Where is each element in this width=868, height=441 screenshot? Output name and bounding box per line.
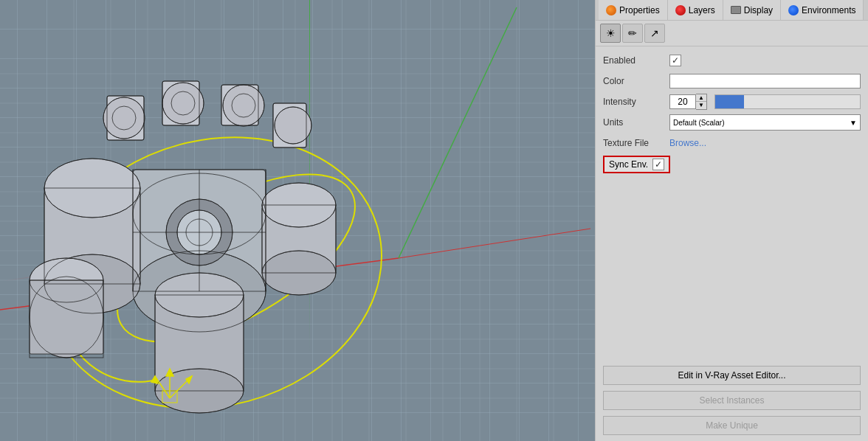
paint-tool-button[interactable]: ✏ xyxy=(622,24,643,43)
viewport xyxy=(0,0,595,441)
tab-environments-label: Environments xyxy=(802,5,855,15)
environments-icon xyxy=(788,5,799,15)
intensity-label: Intensity xyxy=(603,97,669,107)
tab-bar: Properties Layers Display Environments ⚙ xyxy=(596,0,868,21)
texture-file-row: Texture File Browse... xyxy=(603,135,861,151)
color-swatch[interactable] xyxy=(669,74,861,88)
right-panel: Properties Layers Display Environments ⚙… xyxy=(595,0,868,441)
display-icon xyxy=(731,6,741,14)
tab-layers-label: Layers xyxy=(689,5,715,15)
tab-display[interactable]: Display xyxy=(723,0,781,20)
tab-layers[interactable]: Layers xyxy=(668,0,723,20)
intensity-row: Intensity ▲ ▼ xyxy=(603,94,861,110)
svg-line-27 xyxy=(399,229,590,258)
units-value: Default (Scalar) ▼ xyxy=(669,114,861,131)
sync-env-checkbox[interactable] xyxy=(652,159,664,170)
sub-toolbar: ☀ ✏ ↗ xyxy=(596,21,868,46)
tab-properties[interactable]: Properties xyxy=(599,0,668,20)
arrow-icon: ↗ xyxy=(650,27,659,39)
layers-icon xyxy=(675,5,686,15)
arrow-tool-button[interactable]: ↗ xyxy=(644,24,665,43)
browse-link[interactable]: Browse... xyxy=(669,138,706,148)
sun-icon: ☀ xyxy=(606,27,616,39)
settings-button[interactable]: ⚙ xyxy=(864,2,868,18)
svg-rect-53 xyxy=(30,280,103,354)
intensity-down[interactable]: ▼ xyxy=(696,102,706,109)
sun-tool-button[interactable]: ☀ xyxy=(600,24,621,43)
viewport-svg xyxy=(0,0,595,441)
enabled-value xyxy=(669,55,861,66)
intensity-slider[interactable] xyxy=(714,94,861,109)
edit-vray-button[interactable]: Edit in V-Ray Asset Editor... xyxy=(603,366,861,385)
intensity-up[interactable]: ▲ xyxy=(696,94,706,102)
properties-icon xyxy=(606,5,616,15)
make-unique-button[interactable]: Make Unique xyxy=(603,416,861,435)
properties-content: Enabled Color Intensity ▲ ▼ xyxy=(596,46,868,360)
intensity-value: ▲ ▼ xyxy=(669,94,861,110)
units-row: Units Default (Scalar) ▼ xyxy=(603,114,861,131)
intensity-spinner: ▲ ▼ xyxy=(696,94,707,110)
sync-env-label: Sync Env. xyxy=(609,159,648,170)
intensity-input[interactable] xyxy=(669,94,696,109)
intensity-slider-fill xyxy=(715,95,744,108)
sync-env-container: Sync Env. xyxy=(603,156,670,173)
color-value xyxy=(669,74,861,88)
enabled-row: Enabled xyxy=(603,52,861,69)
select-instances-button[interactable]: Select Instances xyxy=(603,391,861,410)
units-dropdown-arrow: ▼ xyxy=(850,119,857,127)
buttons-section: Edit in V-Ray Asset Editor... Select Ins… xyxy=(596,360,868,441)
tab-environments[interactable]: Environments xyxy=(781,0,864,20)
enabled-label: Enabled xyxy=(603,55,669,66)
texture-file-value: Browse... xyxy=(669,138,861,148)
intensity-number: ▲ ▼ xyxy=(669,94,707,110)
sync-env-row: Sync Env. xyxy=(603,156,861,173)
color-label: Color xyxy=(603,76,669,86)
units-label: Units xyxy=(603,117,669,128)
paint-icon: ✏ xyxy=(628,27,637,39)
texture-file-label: Texture File xyxy=(603,138,669,148)
tab-properties-label: Properties xyxy=(619,5,660,15)
tab-display-label: Display xyxy=(744,5,773,15)
units-dropdown[interactable]: Default (Scalar) ▼ xyxy=(669,114,861,131)
color-row: Color xyxy=(603,73,861,89)
enabled-checkbox[interactable] xyxy=(669,55,681,66)
units-dropdown-value: Default (Scalar) xyxy=(673,119,724,127)
